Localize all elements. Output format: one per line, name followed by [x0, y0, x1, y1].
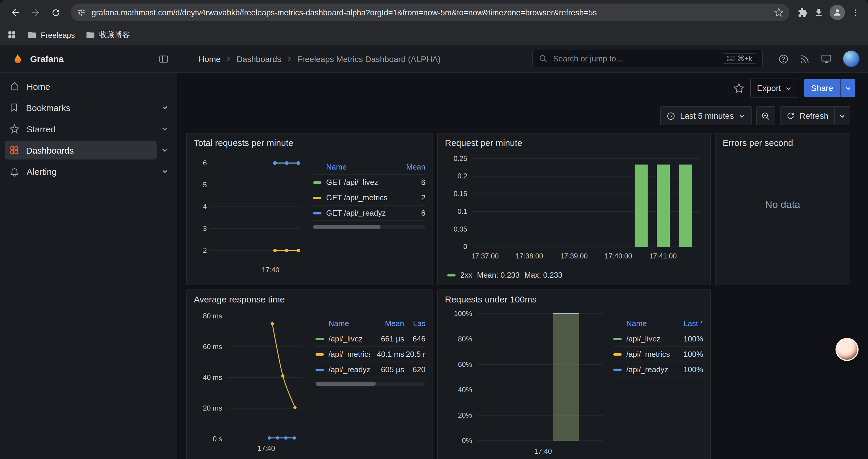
star-icon	[9, 124, 20, 134]
series-color-dash	[313, 181, 321, 184]
url-input[interactable]	[90, 7, 774, 18]
sidebar-toggle-button[interactable]	[158, 54, 169, 64]
series-name: /api/_livez	[329, 334, 370, 343]
legend-column-header[interactable]: Last *	[673, 319, 703, 328]
refresh-interval-caret[interactable]	[835, 106, 850, 125]
news-button[interactable]	[800, 54, 810, 64]
breadcrumb-home[interactable]: Home	[198, 54, 221, 64]
legend-scrollbar[interactable]	[315, 382, 426, 386]
folder-icon	[86, 30, 95, 40]
grafana-topbar-icons	[778, 45, 860, 72]
downloads-button[interactable]	[814, 7, 824, 18]
legend-row[interactable]: /api/_livez100%	[613, 331, 703, 347]
puzzle-icon	[798, 7, 808, 18]
sidebar-item-bookmarks[interactable]: Bookmarks	[5, 97, 173, 118]
scrollbar-thumb[interactable]	[315, 382, 376, 386]
total-requests-chart[interactable]: 6543217:40	[193, 151, 306, 276]
svg-text:0.15: 0.15	[454, 190, 467, 198]
legend-scrollbar[interactable]	[313, 225, 426, 229]
panel-title[interactable]: Average response time	[187, 290, 433, 305]
legend-row[interactable]: /api/_metrics40.1 ms20.5 r	[315, 347, 426, 362]
sidebar-item-starred[interactable]: Starred	[5, 119, 173, 139]
grafana-logo[interactable]	[11, 52, 24, 66]
help-circle-icon	[778, 54, 789, 64]
legend-row[interactable]: GET /api/_readyz6	[313, 205, 426, 221]
chevron-down-icon	[739, 112, 745, 119]
floating-assistant-avatar[interactable]	[836, 338, 859, 361]
help-button[interactable]	[778, 54, 789, 64]
favorite-star-button[interactable]	[733, 83, 745, 94]
screens-button[interactable]	[821, 53, 832, 64]
sidebar-item-label: Alerting	[27, 166, 57, 176]
bookmark-folder-blogs[interactable]: 收藏博客	[86, 30, 130, 40]
sidebar-item-dashboards[interactable]: Dashboards	[5, 140, 173, 160]
average-response-time-chart[interactable]: 80 ms60 ms40 ms20 ms0 s17:40	[193, 308, 308, 455]
legend-row[interactable]: GET /api/_livez6	[313, 175, 426, 190]
expand-dashboards-button[interactable]	[157, 142, 173, 158]
zoom-out-icon	[761, 111, 770, 120]
export-button[interactable]: Export	[750, 78, 798, 97]
expand-alerting-button[interactable]	[157, 163, 173, 179]
legend-column-header[interactable]: Mean	[399, 162, 426, 171]
request-per-minute-chart[interactable]: 0.250.20.150.10.05017:37:0017:38:0017:39…	[444, 151, 704, 265]
search-box[interactable]: ⌘+k	[532, 50, 763, 67]
legend-row[interactable]: GET /api/_metrics2	[313, 190, 426, 205]
sidebar-item-alerting[interactable]: Alerting	[5, 161, 173, 182]
bookmark-folder-freeleaps[interactable]: Freeleaps	[27, 30, 75, 40]
time-range-button[interactable]: Last 5 minutes	[660, 106, 752, 125]
svg-text:17:40: 17:40	[534, 447, 552, 455]
sidebar-item-home[interactable]: Home	[5, 76, 173, 96]
search-input[interactable]	[552, 54, 723, 64]
legend-column-header[interactable]: Name	[326, 162, 399, 171]
legend-column-header[interactable]: Name	[626, 319, 673, 328]
extensions-button[interactable]	[798, 7, 808, 18]
panel-toggle-icon	[158, 54, 169, 64]
brand-title: Grafana	[30, 54, 64, 64]
svg-text:0%: 0%	[462, 436, 472, 445]
url-bar[interactable]	[71, 4, 789, 21]
svg-text:80%: 80%	[458, 335, 472, 343]
legend-row[interactable]: /api/_readyz100%	[613, 362, 703, 378]
zoom-out-button[interactable]	[756, 106, 775, 125]
panel-title[interactable]: Request per minute	[438, 133, 710, 149]
share-button[interactable]: Share	[804, 79, 840, 97]
series-name: /api/_metrics	[329, 350, 370, 359]
reload-icon	[51, 7, 61, 18]
series-value: 100%	[673, 365, 703, 374]
user-avatar[interactable]	[843, 50, 860, 67]
apps-grid-button[interactable]	[7, 30, 17, 40]
forward-button[interactable]	[26, 3, 45, 22]
legend-row[interactable]: /api/_readyz605 µs620	[315, 362, 426, 378]
expand-bookmarks-button[interactable]	[157, 99, 173, 116]
expand-starred-button[interactable]	[157, 121, 173, 137]
legend-column-header[interactable]: Mean	[370, 319, 404, 328]
series-name: GET /api/_readyz	[326, 208, 399, 218]
browser-menu-button[interactable]	[851, 8, 860, 17]
back-button[interactable]	[6, 3, 25, 22]
svg-text:60%: 60%	[458, 360, 472, 368]
breadcrumb: Home Dashboards Freeleaps Metrics Dashbo…	[198, 54, 440, 64]
breadcrumb-dashboards[interactable]: Dashboards	[237, 54, 281, 64]
chevron-down-icon	[845, 85, 851, 91]
series-name: 2xx	[460, 270, 472, 280]
share-caret-button[interactable]	[840, 79, 855, 97]
requests-under-100ms-chart[interactable]: 100%80%60%40%20%0%17:40	[444, 308, 606, 459]
legend-column-header[interactable]: Name	[329, 319, 370, 328]
legend-row[interactable]: /api/_livez661 µs646	[315, 331, 426, 347]
panel-title[interactable]: Total requests per minute	[187, 133, 433, 149]
browser-profile-avatar[interactable]	[830, 5, 845, 20]
legend-inline[interactable]: 2xx Mean: 0.233 Max: 0.233	[447, 270, 562, 280]
bookmark-star-button[interactable]	[774, 8, 783, 17]
reload-button[interactable]	[46, 3, 65, 22]
legend-row[interactable]: /api/_metrics100%	[613, 347, 703, 362]
site-settings-icon[interactable]	[77, 8, 86, 17]
legend-header-row: NameLast *	[613, 316, 703, 331]
chevron-down-icon	[161, 125, 168, 132]
scrollbar-thumb[interactable]	[313, 225, 380, 229]
legend-column-header[interactable]: Las	[404, 319, 426, 328]
star-icon	[733, 83, 745, 94]
panel-title[interactable]: Requests under 100ms	[438, 290, 710, 305]
refresh-button[interactable]: Refresh	[780, 106, 835, 125]
dashboard-actions: Export Share	[733, 78, 855, 97]
panel-title[interactable]: Errors per second	[716, 133, 850, 149]
